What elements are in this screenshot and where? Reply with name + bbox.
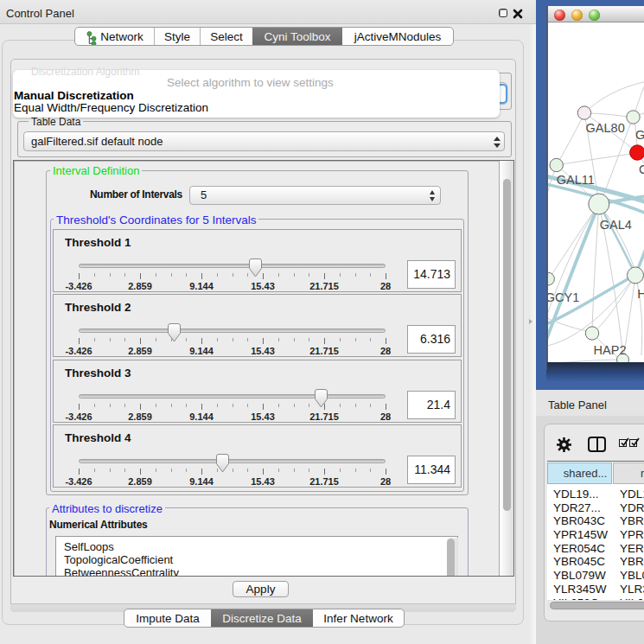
svg-text:HAP2: HAP2 — [594, 343, 627, 357]
svg-text:GAL4: GAL4 — [600, 218, 632, 232]
svg-text:GA: GA — [635, 128, 644, 142]
svg-text:GCY1: GCY1 — [548, 290, 579, 304]
svg-text:GAL11: GAL11 — [557, 173, 595, 187]
svg-text:C: C — [639, 163, 644, 176]
svg-text:GAL80: GAL80 — [586, 121, 625, 135]
svg-text:H: H — [637, 287, 644, 301]
